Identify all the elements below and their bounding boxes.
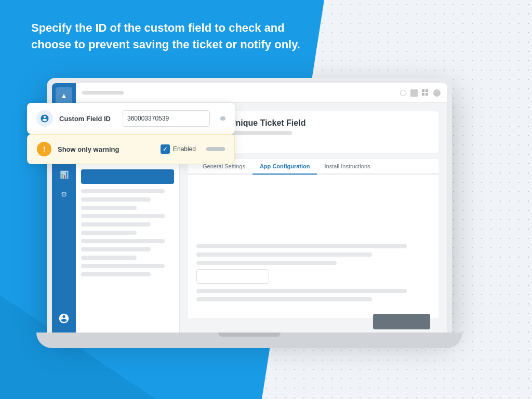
skeleton <box>81 197 151 202</box>
form-area <box>188 175 438 318</box>
svg-rect-2 <box>422 93 424 96</box>
tab-app-configuration[interactable]: App Configuration <box>252 159 317 175</box>
top-bar <box>76 83 447 103</box>
avatar-icon[interactable] <box>433 89 441 97</box>
skeleton <box>81 256 137 260</box>
headline-line1: Specify the ID of the custom field to ch… <box>31 21 285 34</box>
tab-install-instructions[interactable]: Install Instructions <box>317 159 377 175</box>
custom-field-label: Custom Field ID <box>59 115 116 123</box>
checkbox-area: ✓ Enabled <box>161 144 196 154</box>
sidebar-icon-chart[interactable]: 📊 <box>56 166 72 183</box>
field-divider <box>220 116 225 121</box>
top-bar-icons <box>400 89 441 97</box>
warning-label: Show only warning <box>58 145 154 153</box>
skeleton <box>81 231 137 235</box>
sidebar-icon-logo[interactable]: ▲ <box>56 87 72 104</box>
field-card-icon <box>36 110 53 127</box>
custom-field-input[interactable] <box>123 110 210 127</box>
sidebar-icon-settings[interactable]: ⚙ <box>56 186 72 203</box>
zendesk-logo <box>56 311 72 326</box>
svg-rect-0 <box>422 89 424 92</box>
warning-icon: ! <box>37 142 51 156</box>
headline-line2: choose to prevent saving the ticket or n… <box>31 38 300 51</box>
left-panel-highlight <box>81 169 174 184</box>
search-icon[interactable] <box>400 90 406 96</box>
skeleton <box>81 222 151 227</box>
laptop-base <box>36 332 462 348</box>
skeleton <box>196 261 337 265</box>
form-fields <box>196 244 430 265</box>
sidebar-bottom <box>56 311 72 326</box>
apps-icon[interactable] <box>422 89 429 97</box>
custom-field-card: Custom Field ID <box>27 103 235 134</box>
skeleton <box>81 247 151 251</box>
skeleton <box>196 252 372 257</box>
app-title-area: Unique Ticket Field <box>230 118 431 135</box>
skeleton <box>196 297 372 301</box>
grid-icon[interactable] <box>410 89 418 97</box>
top-bar-title <box>82 91 400 95</box>
form-placeholder <box>196 183 430 240</box>
skeleton <box>81 206 137 210</box>
warning-divider <box>206 147 225 151</box>
form-input-field[interactable] <box>196 269 269 284</box>
skeleton <box>81 189 165 193</box>
enabled-label: Enabled <box>173 145 196 153</box>
skeleton <box>81 272 151 276</box>
enabled-checkbox[interactable]: ✓ <box>161 144 170 154</box>
skeleton <box>196 289 407 293</box>
headline: Specify the ID of the custom field to ch… <box>31 20 300 53</box>
svg-rect-1 <box>425 89 428 92</box>
save-button[interactable] <box>373 314 430 329</box>
app-subtitle <box>230 131 292 135</box>
warning-card: ! Show only warning ✓ Enabled <box>27 134 235 164</box>
skeleton <box>81 264 165 268</box>
skeleton <box>81 239 165 243</box>
skeleton <box>81 214 165 218</box>
skeleton <box>196 244 407 248</box>
app-title: Unique Ticket Field <box>230 118 431 128</box>
svg-rect-3 <box>425 93 428 96</box>
